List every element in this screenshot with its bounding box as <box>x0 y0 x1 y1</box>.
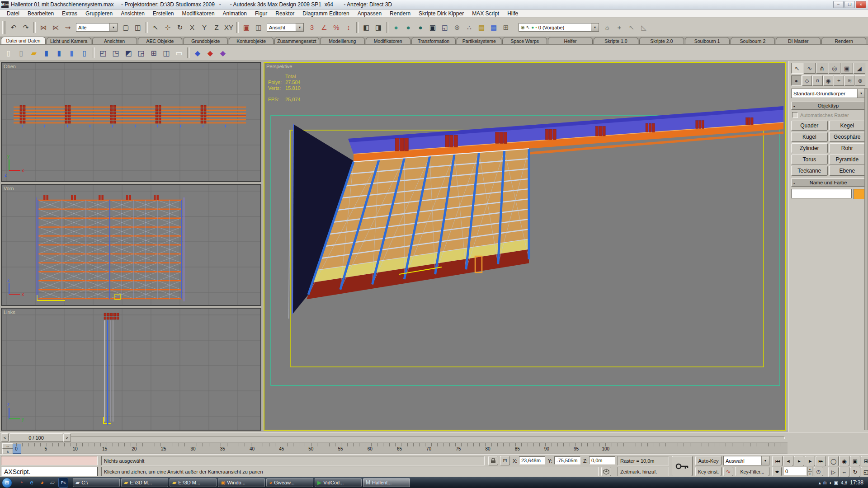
taskbar-task-button[interactable]: MHallent... <box>363 478 410 487</box>
separator[interactable] <box>356 22 359 33</box>
y-coordinate-field[interactable]: -75,505m <box>554 456 580 465</box>
previous-frame-arrow[interactable]: < <box>1 433 9 442</box>
asset-browser-icon[interactable]: ◰ <box>97 47 109 59</box>
selection-lock-icon[interactable]: ▣ <box>241 22 252 33</box>
window-crossing-icon[interactable]: ◫ <box>132 22 144 33</box>
macro-recorder-field[interactable] <box>1 456 98 465</box>
key-filters-button[interactable]: Key-Filter... <box>735 467 769 476</box>
minimize-button[interactable]: – <box>833 1 844 8</box>
axis-y-icon[interactable]: Y <box>198 22 210 33</box>
default-in-out-tangent-button[interactable]: ∿ <box>723 467 733 476</box>
shelf-tab[interactable]: Helfer <box>548 37 593 44</box>
modify-tab-icon[interactable]: ∿ <box>804 63 816 74</box>
material-balls-icon[interactable]: ∴ <box>463 22 475 33</box>
axis-xy-icon[interactable]: XY <box>223 22 235 33</box>
menu-item[interactable]: Skripte Dirk Kipper <box>415 10 468 17</box>
environment-fan-icon[interactable]: ⊛ <box>451 22 463 33</box>
render-frame-window-icon[interactable]: ▣ <box>427 22 439 33</box>
quick-launch-photoshop-icon[interactable]: Ps <box>58 478 68 488</box>
viewport-preview-icon[interactable]: ◱ <box>439 22 451 33</box>
shelf-tab[interactable]: Datei und Daten <box>1 37 46 44</box>
menu-item[interactable]: MAX Script <box>468 10 503 17</box>
menu-item[interactable]: Ansichten <box>117 10 149 17</box>
object-type-button[interactable]: Kugel <box>791 132 828 142</box>
hierarchy-tab-icon[interactable]: ⋔ <box>816 63 828 74</box>
track-bar[interactable]: ▭ ⇅ 051015202530354045505560657075808590… <box>0 442 788 454</box>
helpers-icon[interactable]: + <box>834 75 844 86</box>
object-type-button[interactable]: Teekanne <box>791 166 828 176</box>
menu-item[interactable]: Modifikatoren <box>178 10 219 17</box>
reference-coordinate-dropdown[interactable]: Ansicht ▼ <box>267 23 304 32</box>
separator[interactable] <box>236 22 239 33</box>
menu-item[interactable]: Erstellen <box>149 10 178 17</box>
shelf-tab[interactable]: Skripte 1.0 <box>594 37 638 44</box>
motion-tab-icon[interactable]: ◎ <box>829 63 841 74</box>
zoom-extents-all-icon[interactable]: ⊞ <box>861 456 868 466</box>
maxscript-listener-field[interactable]: AXScript. <box>1 467 98 476</box>
create-tab-icon[interactable]: ↖ <box>791 63 803 74</box>
time-slider-track[interactable] <box>2 436 785 439</box>
menu-item[interactable]: Rendern <box>386 10 415 17</box>
shelf-tab[interactable]: Licht und Kamera <box>47 37 91 44</box>
taskbar-task-button[interactable]: ▰E:\3D M... <box>170 478 217 487</box>
auto-key-button[interactable]: Auto-Key <box>695 456 722 465</box>
taskbar-task-button[interactable]: ▰E:\3D M... <box>121 478 168 487</box>
spacewarps-icon[interactable]: ≋ <box>844 75 855 86</box>
rollout-name-und-farbe[interactable]: - Name und Farbe <box>791 178 865 187</box>
shelf-tab[interactable]: DI Master <box>776 37 821 44</box>
geometry-icon[interactable]: ● <box>791 75 802 86</box>
volume-icon[interactable]: ◖ <box>829 480 832 485</box>
menu-item[interactable]: Gruppieren <box>81 10 117 17</box>
menu-item[interactable]: Datei <box>3 10 24 17</box>
viewport-label[interactable]: Vorn <box>4 186 14 191</box>
selection-filter-dropdown[interactable]: Alle ▼ <box>76 23 118 32</box>
quick-launch-window-icon[interactable]: ▱ <box>48 478 57 487</box>
time-slider-handle[interactable]: 0 / 100 <box>9 433 63 442</box>
layer-manager-icon[interactable]: ▤ <box>476 22 487 33</box>
schematic-view-icon[interactable]: ⊞ <box>500 22 512 33</box>
angle-snap-icon[interactable]: ∠ <box>318 22 330 33</box>
separator[interactable] <box>187 47 189 58</box>
viewport-label[interactable]: Links <box>4 310 15 315</box>
grid-window-icon[interactable]: ⊞ <box>148 47 160 59</box>
select-and-rotate-icon[interactable]: ↻ <box>174 22 186 33</box>
selection-lock-toggle[interactable] <box>488 456 498 465</box>
rect-selection-region-icon[interactable]: ▢ <box>120 22 132 33</box>
select-link-icon[interactable]: ⋈ <box>38 22 49 33</box>
time-tag-button[interactable] <box>601 467 611 476</box>
tray-clock[interactable]: 17:38 <box>850 479 863 486</box>
set-key-button[interactable]: Key einst. <box>695 467 722 476</box>
object-type-button[interactable]: Kegel <box>829 121 866 131</box>
file-link-manager-icon[interactable]: ◳ <box>110 47 122 59</box>
go-to-start-button[interactable]: |◀◀ <box>772 456 783 466</box>
pivot-mode-icon[interactable]: ◫ <box>253 22 264 33</box>
save-file-icon[interactable]: ▮ <box>41 47 52 59</box>
reactor-preview-icon[interactable]: ◆ <box>217 47 229 59</box>
rgb-monitor-icon[interactable]: ◩ <box>123 47 134 59</box>
z-coordinate-field[interactable]: 0,0m <box>589 456 615 465</box>
time-tag-field[interactable]: Zeitmark. hinzuf. <box>618 467 669 476</box>
object-type-button[interactable]: Zylinder <box>791 143 828 153</box>
redo-icon[interactable]: ↷ <box>20 22 32 33</box>
axis-x-icon[interactable]: X <box>186 22 198 33</box>
shapes-icon[interactable]: ◇ <box>802 75 812 86</box>
menu-item[interactable]: Hilfe <box>503 10 522 17</box>
save-plus-icon[interactable]: ▮ <box>66 47 78 59</box>
menu-item[interactable]: Reaktor <box>271 10 298 17</box>
select-child-icon[interactable]: ↖ <box>626 22 637 33</box>
quick-launch-firefox-icon[interactable]: ◕ <box>38 478 47 487</box>
menu-item[interactable]: Anpassen <box>354 10 386 17</box>
key-mode-toggle[interactable]: ◀▶ <box>772 467 782 476</box>
object-category-dropdown[interactable]: Standard-Grundkörper ▼ <box>791 89 865 98</box>
file-properties-icon[interactable]: ▯ <box>15 47 27 59</box>
viewport-vorn[interactable]: zx Vorn <box>1 184 261 306</box>
shelf-tab[interactable]: Modifikatoren <box>366 37 410 44</box>
shelf-tab[interactable]: Zusammengesetzt <box>274 37 319 44</box>
new-file-icon[interactable]: ▯ <box>3 47 14 59</box>
add-mode-icon[interactable]: + <box>613 22 625 33</box>
reactor-create-icon[interactable]: ◆ <box>192 47 203 59</box>
autogrid-checkbox[interactable] <box>792 112 798 118</box>
start-button[interactable]: ⊞ <box>2 478 12 488</box>
shelf-tab[interactable]: Modellierung <box>320 37 365 44</box>
object-type-button[interactable]: Quader <box>791 121 828 131</box>
